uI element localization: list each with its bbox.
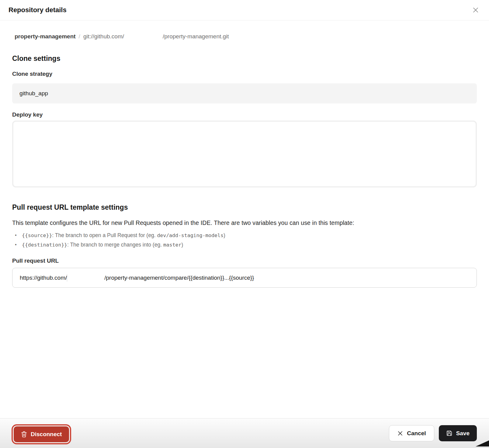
disconnect-label: Disconnect — [31, 431, 62, 438]
variable-example-code: dev/add-staging-models — [157, 233, 224, 238]
clone-strategy-label: Clone strategy — [12, 71, 477, 77]
repo-url-prefix: git://github.com/ — [83, 33, 124, 40]
trash-icon — [21, 431, 27, 438]
pr-template-heading: Pull request URL template settings — [12, 203, 477, 212]
dialog-footer: Disconnect Cancel Save — [0, 418, 489, 448]
variable-text: : The branch to merge changes into (eg. — [67, 242, 163, 248]
list-item: {{destination}}: The branch to merge cha… — [12, 240, 477, 250]
save-label: Save — [456, 430, 470, 437]
clone-strategy-value: github_app — [19, 90, 48, 97]
url-value-suffix: /property-management/compare/{{destinati… — [104, 275, 254, 281]
save-floppy-icon — [446, 430, 453, 436]
clone-strategy-field: github_app — [12, 83, 477, 103]
variable-text-end: ) — [181, 242, 183, 248]
cancel-x-icon — [397, 430, 403, 436]
pull-request-url-input[interactable]: https://github.com//property-management/… — [12, 268, 477, 288]
cancel-label: Cancel — [407, 430, 426, 437]
redacted-org-name — [124, 33, 163, 38]
url-value-prefix: https://github.com/ — [20, 275, 67, 281]
repo-name: property-management — [15, 33, 76, 40]
disconnect-button[interactable]: Disconnect — [14, 426, 69, 442]
breadcrumb-separator: / — [76, 33, 83, 40]
variable-code: {{source}} — [22, 233, 52, 238]
repository-details-dialog: Repository details property-management /… — [0, 0, 489, 288]
variable-text: : The branch to open a Pull Request for … — [52, 232, 157, 238]
variable-text-end: ) — [224, 232, 225, 238]
close-icon — [472, 6, 479, 14]
variable-code: {{destination}} — [22, 242, 67, 248]
page-title: Repository details — [9, 6, 67, 14]
pull-request-url-label: Pull request URL — [12, 257, 477, 264]
pr-template-description: This template configures the URL for new… — [12, 219, 477, 226]
deploy-key-label: Deploy key — [12, 111, 477, 118]
redacted-org-name — [67, 275, 104, 281]
pr-template-variables-list: {{source}}: The branch to open a Pull Re… — [12, 231, 477, 250]
variable-example-code: master — [163, 242, 182, 248]
save-button[interactable]: Save — [439, 425, 477, 441]
dialog-body: property-management / git://github.com/ … — [0, 33, 489, 288]
list-item: {{source}}: The branch to open a Pull Re… — [12, 231, 477, 240]
cancel-button[interactable]: Cancel — [389, 425, 434, 441]
breadcrumb: property-management / git://github.com/ … — [12, 33, 477, 40]
repo-url-suffix: /property-management.git — [163, 33, 229, 40]
clone-settings-heading: Clone settings — [12, 54, 477, 63]
deploy-key-textarea[interactable] — [12, 121, 477, 187]
close-button[interactable] — [471, 5, 480, 15]
dialog-header: Repository details — [0, 0, 489, 20]
